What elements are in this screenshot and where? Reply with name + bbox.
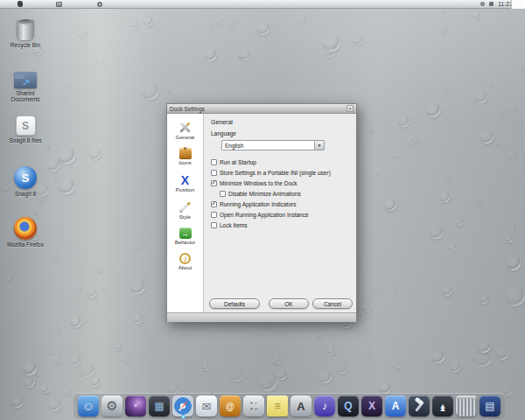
dialog-title-bar[interactable]: Dock Settings × (167, 104, 356, 114)
dock-item-x11[interactable] (361, 396, 382, 416)
checkbox-box[interactable]: ✓ (211, 180, 217, 186)
checkbox-row-store-settings-in-a-portable-ini-single-user[interactable]: Store Settings in a Portable INI (single… (211, 169, 349, 176)
checkbox-label: Disable Minimize Animations (228, 191, 301, 197)
desktop-icon-label: Shared Documents (2, 90, 49, 102)
documents-icon (14, 72, 37, 88)
position-tab-icon (178, 173, 192, 186)
close-icon[interactable]: × (346, 105, 354, 112)
defaults-button[interactable]: Defaults (209, 298, 260, 309)
dock-item-app-store[interactable] (385, 396, 406, 416)
running-indicator (181, 415, 186, 419)
printer-icon[interactable] (56, 2, 62, 7)
dock-item-system-preferences[interactable] (102, 396, 122, 416)
desktop-icon-recycle-bin[interactable]: Recycle Bin (1, 19, 50, 48)
checkbox-row-open-running-application-instance[interactable]: Open Running Application Instance (211, 211, 349, 218)
language-dropdown[interactable]: English ▼ (221, 140, 325, 150)
cancel-button[interactable]: Cancel (312, 298, 353, 309)
behavior-tab-icon (179, 228, 192, 239)
settings-tab-label: General (176, 135, 194, 140)
desktop-icon-label: SnagIt 8 (15, 191, 36, 197)
dock-item-activity-panel[interactable] (480, 396, 500, 416)
checkbox-label: Store Settings in a Portable INI (single… (220, 170, 331, 176)
texteditor-icon (290, 396, 312, 416)
dock-item-texteditor[interactable] (290, 396, 312, 416)
checkbox-row-lock-items[interactable]: Lock Items (211, 221, 349, 228)
ok-button[interactable]: OK (269, 298, 309, 309)
desktop-icon-label: Mozilla Firefox (7, 242, 44, 248)
dock-item-finder[interactable] (78, 396, 99, 416)
menu-bar: 11:22 (0, 0, 525, 9)
finder-icon (78, 396, 99, 416)
checkbox-box[interactable] (211, 170, 217, 176)
icons-tab-icon (179, 148, 192, 159)
dock-item-xcode[interactable] (409, 396, 430, 416)
volume-icon[interactable] (480, 2, 485, 6)
dock-item-safari[interactable] (172, 396, 193, 416)
firefox-icon (14, 217, 37, 240)
section-heading: General (211, 119, 349, 125)
desktop-icon-documents[interactable]: Shared Documents (1, 66, 50, 102)
checkbox-box[interactable] (211, 222, 217, 228)
checkbox-label: Run at Startup (220, 159, 256, 165)
checkbox-row-running-application-indicators[interactable]: ✓Running Application Indicators (211, 200, 349, 207)
dock-item-itunes[interactable] (314, 396, 335, 416)
dock-item-eject[interactable] (432, 396, 453, 416)
checkbox-row-disable-minimize-animations[interactable]: Disable Minimize Animations (220, 190, 349, 197)
dock (74, 393, 505, 419)
dock-item-trash[interactable] (456, 396, 477, 416)
dialog-button-row: Defaults OK Cancel (209, 298, 353, 309)
dock-item-mail[interactable] (196, 396, 217, 416)
checkbox-box[interactable]: ✓ (211, 201, 217, 207)
style-tab-icon (178, 200, 192, 214)
settings-sidebar: GeneralIconsPositionStyleBehaviorAbout (167, 114, 204, 312)
desktop-icon-snagit[interactable]: SnagIt 8 (1, 166, 50, 197)
trash-icon (456, 396, 477, 416)
apple-menu-icon[interactable] (18, 1, 23, 7)
desktop-icon-label: Recycle Bin (10, 42, 40, 48)
xcode-icon (409, 396, 430, 416)
dock-item-quicktime[interactable] (338, 396, 359, 416)
dock-item-gallery[interactable] (125, 396, 146, 416)
dock-item-dashboard[interactable] (149, 396, 170, 416)
settings-tab-label: Style (179, 214, 191, 220)
settings-tab-general[interactable]: General (167, 120, 203, 141)
settings-tab-about[interactable]: About (167, 252, 203, 271)
dialog-body: GeneralIconsPositionStyleBehaviorAbout G… (167, 114, 356, 312)
settings-tab-icons[interactable]: Icons (167, 147, 203, 166)
calculator-icon (243, 396, 264, 416)
settings-tab-position[interactable]: Position (167, 172, 203, 193)
itunes-icon (314, 396, 335, 416)
dock-item-stickies[interactable] (267, 396, 288, 416)
checkbox-row-run-at-startup[interactable]: Run at Startup (211, 158, 349, 165)
about-tab-icon (179, 253, 191, 264)
desktop-screen: 11:22 Recycle BinShared DocumentsSnagIt … (0, 0, 525, 420)
dock-item-calculator[interactable] (243, 396, 264, 416)
dialog-footer-strip (167, 312, 356, 322)
checkbox-list: Run at StartupStore Settings in a Portab… (211, 158, 349, 228)
app-store-icon (385, 396, 406, 416)
checkbox-box[interactable] (211, 212, 217, 218)
x11-icon (361, 396, 382, 416)
status-icon[interactable] (489, 2, 494, 6)
chevron-down-icon[interactable]: ▼ (314, 141, 324, 150)
checkbox-label: Running Application Indicators (220, 201, 296, 207)
checkbox-box[interactable] (220, 191, 226, 197)
desktop-icon-firefox[interactable]: Mozilla Firefox (1, 217, 50, 248)
settings-tab-style[interactable]: Style (167, 200, 203, 220)
recycle-bin-icon (17, 19, 34, 40)
eject-icon (432, 396, 453, 416)
dashboard-icon (149, 396, 170, 416)
dock-settings-dialog: Dock Settings × GeneralIconsPositionStyl… (166, 103, 357, 322)
settings-tab-behavior[interactable]: Behavior (167, 227, 203, 246)
checkbox-box[interactable] (211, 159, 217, 165)
desktop-icon-snagit-files[interactable]: SnagIt 8 files (1, 116, 50, 144)
dock-item-address-book[interactable] (220, 396, 241, 416)
settings-content: General Language English ▼ Run at Startu… (204, 114, 356, 312)
language-label: Language (211, 130, 349, 136)
camera-icon[interactable] (97, 2, 102, 7)
gallery-icon (125, 396, 146, 416)
checkbox-label: Open Running Application Instance (220, 212, 309, 218)
checkbox-row-minimize-windows-to-the-dock[interactable]: ✓Minimize Windows to the Dock (211, 179, 349, 186)
language-selected-value: English (225, 143, 243, 149)
checkbox-label: Lock Items (220, 222, 247, 228)
